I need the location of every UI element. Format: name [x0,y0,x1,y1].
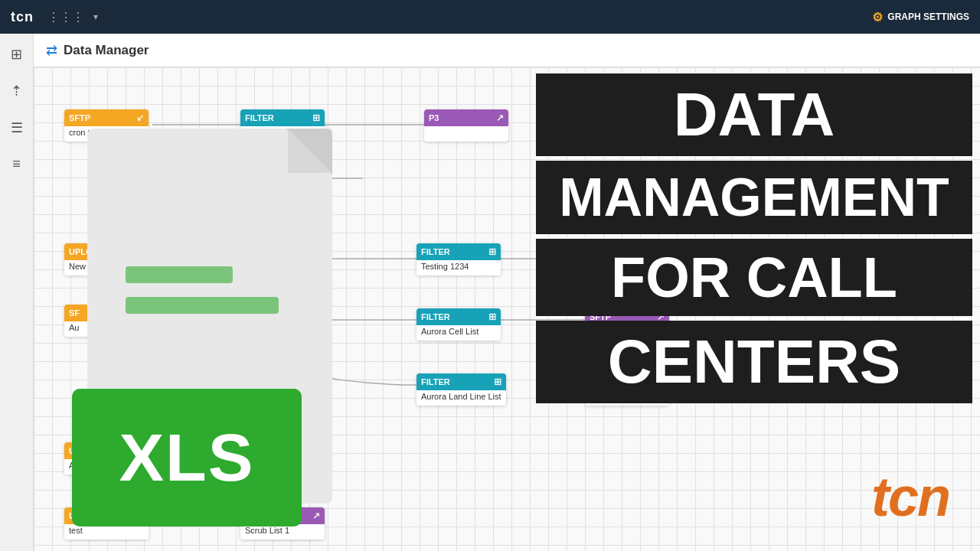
data-manager-icon: ⇄ [46,42,57,59]
apps-icon[interactable]: ⋮⋮⋮ [44,10,87,24]
node-body: New Lee M [64,260,149,276]
topbar-right: ⚙ GRAPH SETTINGS [872,10,980,24]
sidebar: ⊞ ⇡ ☰ ≡ [0,34,34,551]
node-label: P3 [429,113,439,122]
flow-node-filter4[interactable]: FILTER⊞Aurora Land Line List [416,373,506,406]
node-body: Aurora Cell List [416,325,501,341]
page-title: Data Manager [64,43,149,58]
node-type-icon: ↙ [136,510,144,521]
title-line-management: MANAGEMENT [536,161,972,234]
node-label: UPLOAD [69,247,104,256]
canvas: SFTP↙cron testFILTER⊞PUB Parse STLSTLP3↗… [34,67,980,551]
sidebar-icon-grid[interactable]: ⊞ [6,41,27,67]
topbar: tcn ⋮⋮⋮ ▾ ⚙ GRAPH SETTINGS [0,0,980,34]
node-label: SFTP [69,113,90,122]
paper-line-2 [126,297,279,314]
node-body: test [64,524,149,540]
flow-node-filter1[interactable]: FILTER⊞PUB Parse STLSTL [240,109,325,142]
node-label: FILTER [421,377,450,386]
node-type-icon: ⊞ [312,112,320,123]
node-label: UPLOAD [69,511,104,520]
node-label: COMPLIANCE [245,511,302,520]
node-body: Aurora Upload [64,459,149,474]
title-line-for-call: FOR CALL [536,239,972,316]
graph-settings-button[interactable]: ⚙ GRAPH SETTINGS [872,10,969,24]
node-label: FILTER [421,312,450,321]
node-type-icon: ↗ [312,510,320,521]
sidebar-icon-share[interactable]: ⇡ [6,78,27,104]
tcn-brand-logo: tcn [871,465,949,528]
flow-node-upload3[interactable]: UPLOAD↙test [64,507,149,540]
node-body: Aurora Land Line List [416,390,506,406]
node-label: FILTER [421,247,450,256]
sidebar-icon-layers[interactable]: ☰ [6,115,28,141]
node-body: PUB Parse STLSTL [240,126,325,142]
node-body: Testing 1234 [416,260,501,276]
node-body: Scrub List 1 [240,524,325,540]
flow-node-upload2[interactable]: UPLOAD↙Aurora Upload [64,442,149,474]
title-overlay: DATA MANAGEMENT FOR CALL CENTERS [536,73,972,403]
gear-icon: ⚙ [872,10,883,24]
node-type-icon: ⊞ [494,377,501,387]
flow-node-filter3[interactable]: FILTER⊞Aurora Cell List [416,308,501,341]
node-type-icon: ↙ [136,445,144,456]
node-body: Au [64,321,149,337]
node-type-icon: ⊞ [488,246,496,257]
node-label: UPLOAD [69,446,104,455]
graph-settings-label: GRAPH SETTINGS [887,11,969,22]
node-label: FILTER [245,113,274,122]
tcn-logo: tcn [0,9,44,25]
flow-node-filter2[interactable]: FILTER⊞Testing 1234 [416,243,501,276]
node-body: cron test [64,126,149,142]
flow-node-sftp1[interactable]: SFTP↙cron test [64,109,149,142]
node-label: SF [69,308,80,318]
node-type-icon: ↙ [136,112,144,123]
node-type-icon: ↗ [496,112,504,123]
dropdown-icon[interactable]: ▾ [87,11,104,22]
node-type-icon: ⊞ [488,311,496,322]
node-body [424,126,508,142]
flow-node-p3[interactable]: P3↗ [424,109,508,142]
flow-node-sftp3[interactable]: SFAu [64,305,149,337]
title-line-data: DATA [536,73,972,156]
title-line-centers: CENTERS [536,321,972,403]
sidebar-icon-list[interactable]: ≡ [8,152,25,177]
subheader: ⇄ Data Manager [34,34,980,67]
flow-node-comp1[interactable]: COMPLIANCE↗Scrub List 1 [240,507,325,540]
flow-node-upload1[interactable]: UPLOAD↙New Lee M [64,243,149,276]
node-type-icon: ↙ [136,246,144,257]
